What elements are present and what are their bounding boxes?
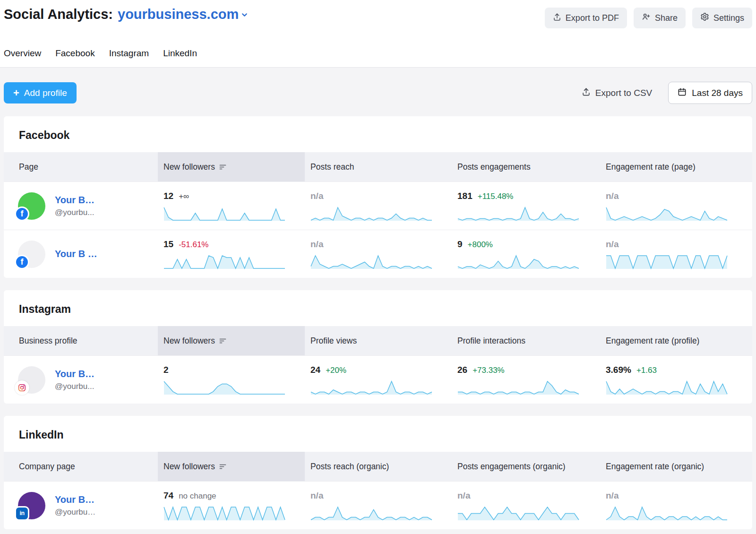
tab-facebook[interactable]: Facebook	[55, 48, 94, 59]
section-title: Instagram	[4, 290, 752, 326]
profile-handle: @yourbu…	[55, 508, 95, 517]
metric-value: n/a	[310, 191, 323, 201]
column-header[interactable]: Engagement rate (page)	[600, 152, 752, 181]
metric-value: n/a	[310, 491, 323, 501]
topbar: Social Analytics: yourbusiness.com Expor…	[4, 7, 752, 28]
metric-value: 74	[163, 491, 173, 501]
column-header[interactable]: Profile views	[305, 326, 452, 355]
settings-label: Settings	[713, 13, 744, 23]
table-header: Company pageNew followersPosts reach (or…	[4, 452, 752, 481]
tab-overview[interactable]: Overview	[4, 48, 41, 59]
toolbar: + Add profile Export to CSV Last 28 days	[4, 82, 752, 104]
page-header-area: Social Analytics: yourbusiness.com Expor…	[0, 0, 756, 68]
avatar	[18, 366, 45, 394]
column-header[interactable]: New followers	[158, 452, 305, 481]
sparkline-chart	[163, 379, 285, 395]
avatar: f	[18, 241, 45, 268]
metric-change: +800%	[468, 240, 493, 250]
export-csv-button[interactable]: Export to CSV	[582, 87, 652, 99]
table-header: PageNew followersPosts reachPosts engage…	[4, 152, 752, 181]
table-row: fYour B …15-51.61%n/a9+800%n/a	[4, 230, 752, 278]
avatar: f	[18, 192, 45, 220]
column-header-instagram-entity[interactable]: Business profile	[4, 326, 158, 355]
metric-cell: 12+∞	[158, 191, 305, 221]
settings-button[interactable]: Settings	[692, 8, 752, 28]
chevron-down-icon	[241, 7, 249, 22]
export-pdf-label: Export to PDF	[566, 13, 619, 23]
column-header[interactable]: New followers	[158, 326, 305, 355]
metric-cell: n/a	[305, 491, 452, 521]
column-header[interactable]: Posts engagements	[452, 152, 600, 181]
add-profile-button[interactable]: + Add profile	[4, 82, 77, 103]
content-area: + Add profile Export to CSV Last 28 days…	[0, 82, 756, 534]
sparkline-chart	[310, 379, 432, 395]
column-header[interactable]: Engagement rate (profile)	[600, 326, 752, 355]
facebook-badge-icon: f	[15, 255, 29, 269]
profile-name-link[interactable]: Your B…	[55, 369, 94, 379]
profile-name-link[interactable]: Your B…	[55, 195, 94, 206]
section-instagram: InstagramBusiness profileNew followersPr…	[4, 290, 752, 404]
sparkline-chart	[606, 379, 728, 395]
add-profile-label: Add profile	[24, 88, 67, 98]
metric-cell: 74no change	[158, 491, 305, 521]
tab-linkedin[interactable]: LinkedIn	[163, 48, 197, 59]
sparkline-chart	[310, 205, 432, 221]
project-domain-dropdown[interactable]: yourbusiness.com	[118, 7, 249, 22]
column-header[interactable]: Profile interactions	[452, 326, 600, 355]
sparkline-chart	[457, 379, 579, 395]
column-header[interactable]: New followers	[158, 152, 305, 181]
sort-icon	[219, 338, 226, 344]
metric-value: n/a	[606, 239, 619, 250]
table-row: Your B…@yourbu...224+20%26+73.33%3.69%+1…	[4, 355, 752, 404]
export-csv-label: Export to CSV	[595, 88, 652, 98]
section-title: Facebook	[4, 116, 752, 152]
column-header-linkedin-entity[interactable]: Company page	[4, 452, 158, 481]
section-facebook: FacebookPageNew followersPosts reachPost…	[4, 116, 752, 278]
project-domain: yourbusiness.com	[118, 7, 239, 22]
share-button[interactable]: Share	[634, 8, 686, 28]
metric-value: 181	[457, 191, 472, 201]
sections: FacebookPageNew followersPosts reachPost…	[4, 116, 752, 529]
metric-cell: 24+20%	[305, 365, 452, 395]
metric-cell: 181+115.48%	[452, 191, 600, 221]
date-range-button[interactable]: Last 28 days	[668, 82, 752, 104]
column-header-facebook-entity[interactable]: Page	[4, 152, 158, 181]
page-title: Social Analytics: yourbusiness.com	[4, 7, 249, 22]
tab-bar: Overview Facebook Instagram LinkedIn	[4, 48, 752, 67]
column-header[interactable]: Posts reach (organic)	[305, 452, 452, 481]
metric-cell: 3.69%+1.63	[600, 365, 752, 395]
calendar-icon	[678, 87, 687, 99]
tab-instagram[interactable]: Instagram	[109, 48, 149, 59]
metric-cell: 9+800%	[452, 239, 600, 269]
page-title-text: Social Analytics:	[4, 7, 113, 22]
gear-icon	[700, 12, 709, 24]
table-row: fYour B…@yourbu...12+∞n/a181+115.48%n/a	[4, 181, 752, 230]
profile-handle: @yourbu...	[55, 208, 94, 217]
metric-value: n/a	[606, 491, 619, 501]
metric-cell: n/a	[305, 239, 452, 269]
export-pdf-button[interactable]: Export to PDF	[545, 8, 627, 28]
sparkline-chart	[457, 253, 579, 269]
metric-cell: 26+73.33%	[452, 365, 600, 395]
metric-change: no change	[179, 491, 216, 501]
table-row: inYour B…@yourbu…74no changen/an/an/a	[4, 481, 752, 529]
column-header[interactable]: Posts engagements (organic)	[452, 452, 600, 481]
column-header[interactable]: Engagement rate (organic)	[600, 452, 752, 481]
metric-cell: 2	[158, 365, 305, 395]
metric-change: +1.63	[636, 366, 657, 375]
metric-value: n/a	[310, 239, 323, 250]
metric-cell: 15-51.61%	[158, 239, 305, 269]
avatar: in	[18, 492, 45, 519]
linkedin-badge-icon: in	[15, 506, 29, 521]
instagram-badge-icon	[15, 380, 29, 395]
profile-name-link[interactable]: Your B …	[55, 249, 97, 259]
table-header: Business profileNew followersProfile vie…	[4, 326, 752, 355]
section-title: LinkedIn	[4, 416, 752, 452]
sparkline-chart	[163, 205, 285, 221]
metric-change: +20%	[326, 366, 346, 375]
profile-name-link[interactable]: Your B…	[55, 494, 95, 505]
metric-value: 9	[457, 239, 463, 250]
sparkline-chart	[606, 205, 728, 221]
column-header[interactable]: Posts reach	[305, 152, 452, 181]
plus-icon: +	[13, 88, 19, 98]
